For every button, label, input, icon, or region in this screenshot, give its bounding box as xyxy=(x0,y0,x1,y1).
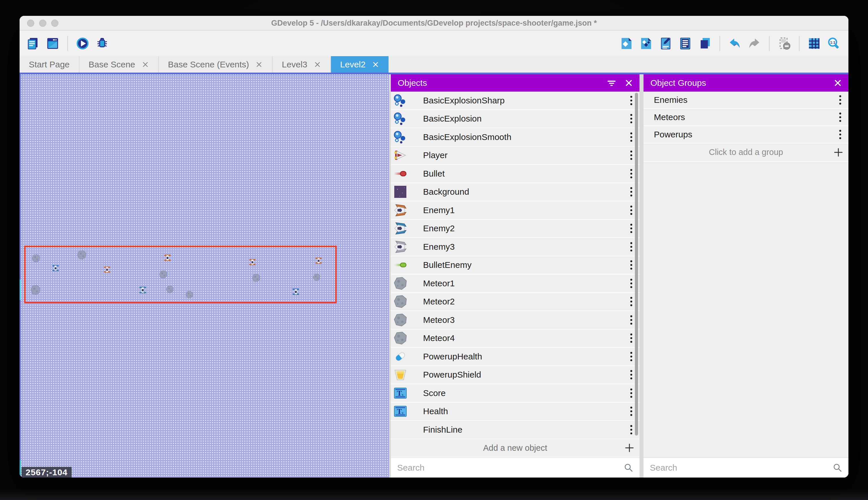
objects-search-input[interactable] xyxy=(397,463,623,473)
object-row-basicexplosionsmooth[interactable]: BasicExplosionSmooth xyxy=(391,128,640,147)
group-menu-icon[interactable] xyxy=(838,94,842,106)
preview-play-icon[interactable] xyxy=(75,36,90,51)
mask-off-icon[interactable] xyxy=(777,36,791,51)
tab-start-page[interactable]: Start Page xyxy=(20,56,80,72)
close-groups-panel-icon[interactable] xyxy=(833,78,843,88)
add-group-row[interactable]: Click to add a group xyxy=(644,144,848,162)
filter-icon[interactable] xyxy=(607,78,617,88)
object-menu-icon[interactable] xyxy=(629,259,633,271)
tab-level2[interactable]: Level2 xyxy=(331,56,388,72)
object-row-meteor3[interactable]: Meteor3 xyxy=(391,311,640,329)
object-menu-icon[interactable] xyxy=(629,387,633,399)
instance-enemy-orange[interactable] xyxy=(104,266,111,273)
object-menu-icon[interactable] xyxy=(629,168,633,180)
group-row-enemies[interactable]: Enemies xyxy=(644,92,848,109)
object-row-basicexplosionsharp[interactable]: BasicExplosionSharp xyxy=(391,92,640,110)
instance-meteor[interactable] xyxy=(32,254,40,263)
object-row-poweruphealth[interactable]: PowerupHealth xyxy=(391,348,640,366)
instance-meteor[interactable] xyxy=(252,274,260,282)
object-menu-icon[interactable] xyxy=(629,113,633,125)
object-name: Enemy3 xyxy=(423,242,455,252)
meteor-icon xyxy=(393,294,408,309)
tab-level3[interactable]: Level3 xyxy=(272,56,331,72)
instance-enemy-orange[interactable] xyxy=(249,259,256,266)
objects-editor-icon[interactable] xyxy=(619,36,634,51)
object-row-finishline[interactable]: FinishLine xyxy=(391,421,640,439)
object-row-player[interactable]: Player xyxy=(391,147,640,165)
layers-icon[interactable] xyxy=(697,36,712,51)
object-menu-icon[interactable] xyxy=(629,204,633,216)
instance-enemy-orange[interactable] xyxy=(315,257,322,264)
grid-icon[interactable] xyxy=(807,36,821,51)
instances-list-icon[interactable] xyxy=(678,36,692,51)
instance-meteor[interactable] xyxy=(30,285,40,295)
instance-meteor[interactable] xyxy=(77,250,86,260)
object-row-meteor1[interactable]: Meteor1 xyxy=(391,274,640,293)
object-row-enemy2[interactable]: Enemy2 xyxy=(391,220,640,238)
object-row-basicexplosion[interactable]: BasicExplosion xyxy=(391,110,640,128)
instance-meteor[interactable] xyxy=(185,291,193,299)
close-tab-icon[interactable] xyxy=(255,61,263,68)
object-menu-icon[interactable] xyxy=(629,186,633,198)
undo-icon[interactable] xyxy=(728,36,742,51)
object-menu-icon[interactable] xyxy=(629,241,633,253)
instance-enemy-blue[interactable] xyxy=(139,286,147,294)
instance-enemy-blue[interactable] xyxy=(52,265,59,272)
enemy-ship-orange-icon xyxy=(393,203,408,217)
group-menu-icon[interactable] xyxy=(838,128,842,140)
redo-icon[interactable] xyxy=(747,36,762,51)
object-row-score[interactable]: TxScore xyxy=(391,384,640,403)
properties-icon[interactable] xyxy=(658,36,673,51)
object-menu-icon[interactable] xyxy=(629,222,633,235)
close-tab-icon[interactable] xyxy=(142,61,149,68)
object-row-enemy3[interactable]: Enemy3 xyxy=(391,238,640,256)
object-menu-icon[interactable] xyxy=(629,424,633,436)
objects-list-scrollbar[interactable] xyxy=(635,93,638,435)
object-menu-icon[interactable] xyxy=(629,149,633,161)
group-menu-icon[interactable] xyxy=(838,111,842,123)
tab-base-scene-events-[interactable]: Base Scene (Events) xyxy=(159,56,273,72)
object-menu-icon[interactable] xyxy=(629,131,633,143)
close-tab-icon[interactable] xyxy=(372,61,379,68)
object-menu-icon[interactable] xyxy=(629,369,633,381)
scene-editor-canvas[interactable]: 2567;-104 xyxy=(20,74,389,478)
panels-divider[interactable] xyxy=(640,74,644,478)
object-menu-icon[interactable] xyxy=(629,94,633,106)
debug-icon[interactable] xyxy=(95,36,109,51)
object-row-health[interactable]: TxHealth xyxy=(391,403,640,421)
object-menu-icon[interactable] xyxy=(629,351,633,363)
zoom-1-1-icon[interactable]: 1:1 xyxy=(826,36,841,51)
object-row-enemy1[interactable]: Enemy1 xyxy=(391,201,640,220)
group-row-meteors[interactable]: Meteors xyxy=(644,109,848,126)
object-row-bulletenemy[interactable]: BulletEnemy xyxy=(391,256,640,275)
instance-enemy-blue[interactable] xyxy=(292,288,300,296)
object-row-meteor4[interactable]: Meteor4 xyxy=(391,329,640,348)
object-menu-icon[interactable] xyxy=(629,296,633,308)
object-menu-icon[interactable] xyxy=(629,277,633,289)
close-objects-panel-icon[interactable] xyxy=(624,78,634,88)
object-row-background[interactable]: Background xyxy=(391,183,640,202)
group-row-powerups[interactable]: Powerups xyxy=(644,126,848,144)
project-manager-icon[interactable] xyxy=(26,36,40,51)
object-row-bullet[interactable]: Bullet xyxy=(391,165,640,183)
object-row-meteor2[interactable]: Meteor2 xyxy=(391,293,640,311)
close-tab-icon[interactable] xyxy=(314,61,321,68)
scene-vertical-scrollbar-thumb[interactable] xyxy=(20,280,21,300)
object-groups-panel-header: Object Groups xyxy=(644,74,848,92)
add-object-row[interactable]: Add a new object xyxy=(391,439,640,458)
object-row-powerupshield[interactable]: PowerupShield xyxy=(391,366,640,385)
selection-rectangle[interactable] xyxy=(24,246,337,303)
instance-meteor[interactable] xyxy=(166,285,174,294)
scene-scrollbar-corner[interactable] xyxy=(20,460,21,476)
instance-meteor[interactable] xyxy=(313,274,320,281)
instance-enemy-orange[interactable] xyxy=(164,254,171,262)
object-menu-icon[interactable] xyxy=(629,314,633,326)
scene-vertical-scrollbar-track[interactable] xyxy=(20,74,21,478)
tab-base-scene[interactable]: Base Scene xyxy=(80,56,159,72)
groups-search-input[interactable] xyxy=(650,463,832,473)
object-groups-editor-icon[interactable] xyxy=(639,36,653,51)
scene-window-icon[interactable] xyxy=(46,36,60,51)
object-menu-icon[interactable] xyxy=(629,405,633,417)
instance-meteor[interactable] xyxy=(159,270,167,279)
object-menu-icon[interactable] xyxy=(629,332,633,344)
